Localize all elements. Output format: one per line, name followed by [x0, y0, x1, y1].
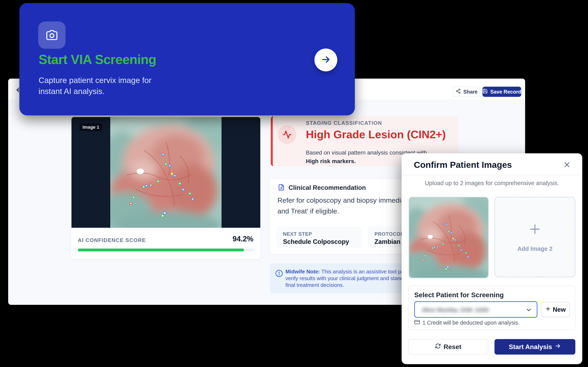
screen-canvas: Share Save Record Image 1 AI CONFIDENCE …	[0, 0, 588, 367]
pulse-icon	[278, 125, 296, 144]
share-button[interactable]: Share	[453, 87, 480, 97]
save-icon	[483, 89, 488, 95]
confidence-progress-fill	[78, 249, 244, 251]
add-image-label: Add Image 2	[517, 245, 553, 252]
modal-title: Confirm Patient Images	[414, 160, 512, 170]
confidence-score-label: AI CONFIDENCE SCORE	[78, 237, 146, 243]
document-icon	[278, 184, 285, 192]
promo-title: Start VIA Screening	[39, 52, 156, 67]
credit-note-row: 1 Credit will be deducted upon analysis.	[414, 319, 520, 326]
cervix-thumbnail-photo	[409, 197, 488, 278]
chevron-down-icon	[525, 307, 532, 314]
arrow-right-icon	[554, 343, 561, 351]
close-button[interactable]	[562, 160, 572, 170]
new-patient-label: New	[553, 306, 566, 313]
next-step-label: NEXT STEP	[283, 231, 312, 237]
uploaded-image-1-thumbnail[interactable]	[408, 197, 489, 278]
save-record-button[interactable]: Save Record	[483, 87, 521, 97]
patient-select-dropdown[interactable]: Alice Mumba, DSK 1000	[414, 301, 537, 318]
staging-headline: High Grade Lesion (CIN2+)	[306, 128, 446, 141]
credit-note-text: 1 Credit will be deducted upon analysis.	[423, 320, 520, 326]
clinical-recommendation-title: Clinical Recommendation	[288, 184, 366, 192]
confirm-patient-images-modal: Confirm Patient Images Upload up to 2 im…	[402, 153, 582, 364]
image-number-badge: Image 1	[79, 123, 103, 132]
confidence-progress-track	[78, 249, 254, 251]
divider	[402, 175, 582, 175]
save-record-label: Save Record	[490, 89, 521, 95]
new-patient-button[interactable]: New	[541, 302, 570, 317]
select-patient-label: Select Patient for Screening	[414, 291, 504, 299]
patient-selection-section: Select Patient for Screening Alice Mumba…	[408, 286, 575, 330]
analysis-image-card: Image 1 AI CONFIDENCE SCORE 94.2%	[71, 116, 261, 259]
refresh-icon	[435, 343, 441, 351]
credit-card-icon	[414, 319, 420, 326]
cervix-photo	[110, 117, 222, 228]
camera-icon	[38, 21, 66, 49]
share-icon	[456, 89, 461, 95]
plus-icon	[545, 306, 551, 314]
next-step-box: NEXT STEP Schedule Colposcopy	[277, 227, 362, 247]
next-step-value: Schedule Colposcopy	[283, 238, 349, 245]
reset-button[interactable]: Reset	[408, 339, 488, 355]
start-analysis-label: Start Analysis	[509, 343, 552, 351]
selected-patient-redacted: Alice Mumba, DSK 1000	[422, 307, 489, 313]
share-label: Share	[463, 89, 477, 95]
protocol-label: PROTOCOL	[374, 231, 404, 237]
confidence-score-value: 94.2%	[233, 235, 253, 243]
promo-arrow-button[interactable]	[314, 49, 337, 71]
modal-subtitle: Upload up to 2 images for comprehensive …	[402, 180, 582, 187]
start-analysis-button[interactable]: Start Analysis	[494, 339, 575, 355]
close-icon	[563, 161, 571, 170]
clinical-recommendation-text: Refer for colposcopy and biopsy immediat…	[277, 195, 416, 217]
image-panel: Image 1	[71, 117, 260, 228]
add-image-2-dropzone[interactable]: Add Image 2	[494, 197, 575, 277]
plus-icon	[527, 222, 542, 237]
arrow-right-icon	[320, 54, 331, 66]
promo-subtitle: Capture patient cervix image for instant…	[39, 75, 151, 97]
reset-label: Reset	[443, 343, 461, 351]
start-via-screening-card[interactable]: Start VIA Screening Capture patient cerv…	[19, 3, 355, 115]
staging-label: STAGING CLASSIFICATION	[306, 120, 382, 126]
info-icon	[275, 269, 283, 278]
